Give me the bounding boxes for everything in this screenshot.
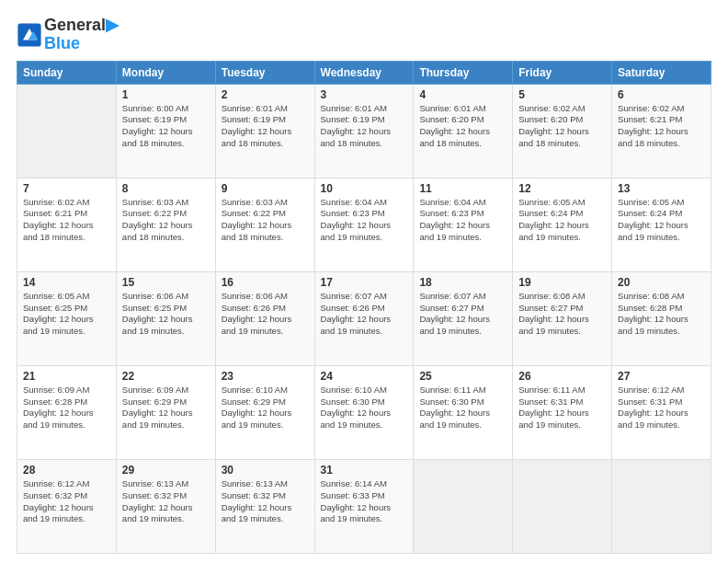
day-number: 23 — [222, 370, 309, 383]
day-number: 2 — [222, 88, 309, 101]
day-number: 9 — [222, 182, 309, 195]
calendar-cell: 18Sunrise: 6:07 AMSunset: 6:27 PMDayligh… — [414, 271, 513, 365]
day-number: 18 — [419, 276, 506, 289]
header-day-sunday: Sunday — [17, 61, 117, 84]
day-number: 17 — [321, 276, 408, 289]
day-info: Sunrise: 6:09 AMSunset: 6:29 PMDaylight:… — [122, 385, 210, 431]
calendar-cell: 24Sunrise: 6:10 AMSunset: 6:30 PMDayligh… — [314, 365, 414, 459]
header-day-saturday: Saturday — [612, 61, 711, 84]
calendar-cell: 11Sunrise: 6:04 AMSunset: 6:23 PMDayligh… — [414, 178, 513, 271]
day-info: Sunrise: 6:05 AMSunset: 6:25 PMDaylight:… — [23, 291, 110, 338]
calendar-cell: 17Sunrise: 6:07 AMSunset: 6:26 PMDayligh… — [314, 271, 414, 365]
day-number: 11 — [419, 182, 506, 195]
day-number: 4 — [419, 88, 506, 101]
calendar-cell: 2Sunrise: 6:01 AMSunset: 6:19 PMDaylight… — [215, 84, 314, 178]
calendar-cell: 5Sunrise: 6:02 AMSunset: 6:20 PMDaylight… — [513, 84, 612, 178]
day-number: 3 — [321, 88, 408, 101]
day-number: 5 — [518, 88, 606, 101]
day-info: Sunrise: 6:08 AMSunset: 6:27 PMDaylight:… — [518, 291, 606, 338]
day-number: 13 — [618, 182, 705, 195]
logo-icon — [17, 22, 42, 48]
calendar-cell — [414, 459, 513, 553]
day-number: 27 — [618, 370, 705, 383]
header-day-thursday: Thursday — [414, 61, 513, 84]
day-number: 26 — [518, 370, 606, 383]
calendar-cell: 10Sunrise: 6:04 AMSunset: 6:23 PMDayligh… — [314, 178, 414, 271]
calendar-cell: 15Sunrise: 6:06 AMSunset: 6:25 PMDayligh… — [116, 271, 215, 365]
day-number: 22 — [122, 370, 210, 383]
day-info: Sunrise: 6:01 AMSunset: 6:19 PMDaylight:… — [222, 103, 309, 150]
calendar-cell: 8Sunrise: 6:03 AMSunset: 6:22 PMDaylight… — [116, 178, 215, 271]
day-info: Sunrise: 6:03 AMSunset: 6:22 PMDaylight:… — [222, 197, 309, 244]
day-info: Sunrise: 6:01 AMSunset: 6:20 PMDaylight:… — [419, 103, 506, 150]
day-info: Sunrise: 6:00 AMSunset: 6:19 PMDaylight:… — [122, 103, 210, 150]
calendar-cell: 29Sunrise: 6:13 AMSunset: 6:32 PMDayligh… — [116, 459, 215, 553]
calendar-cell: 6Sunrise: 6:02 AMSunset: 6:21 PMDaylight… — [612, 84, 711, 178]
header-day-tuesday: Tuesday — [215, 61, 314, 84]
day-number: 25 — [419, 370, 506, 383]
day-number: 1 — [122, 88, 210, 101]
calendar-cell — [513, 459, 612, 553]
day-info: Sunrise: 6:05 AMSunset: 6:24 PMDaylight:… — [618, 197, 705, 244]
day-number: 8 — [122, 182, 210, 195]
day-info: Sunrise: 6:05 AMSunset: 6:24 PMDaylight:… — [518, 197, 606, 244]
header-day-friday: Friday — [513, 61, 612, 84]
calendar-cell: 3Sunrise: 6:01 AMSunset: 6:19 PMDaylight… — [314, 84, 414, 178]
day-number: 12 — [518, 182, 606, 195]
day-info: Sunrise: 6:04 AMSunset: 6:23 PMDaylight:… — [321, 197, 408, 244]
calendar-cell: 14Sunrise: 6:05 AMSunset: 6:25 PMDayligh… — [17, 271, 117, 365]
day-info: Sunrise: 6:10 AMSunset: 6:29 PMDaylight:… — [222, 385, 309, 431]
day-number: 20 — [618, 276, 705, 289]
calendar-cell: 1Sunrise: 6:00 AMSunset: 6:19 PMDaylight… — [116, 84, 215, 178]
calendar-cell: 31Sunrise: 6:14 AMSunset: 6:33 PMDayligh… — [314, 459, 414, 553]
day-number: 30 — [222, 464, 309, 477]
day-number: 24 — [321, 370, 408, 383]
day-number: 7 — [23, 182, 110, 195]
calendar-cell: 20Sunrise: 6:08 AMSunset: 6:28 PMDayligh… — [612, 271, 711, 365]
day-info: Sunrise: 6:01 AMSunset: 6:19 PMDaylight:… — [321, 103, 408, 150]
day-number: 10 — [321, 182, 408, 195]
day-info: Sunrise: 6:12 AMSunset: 6:32 PMDaylight:… — [23, 478, 110, 525]
day-info: Sunrise: 6:12 AMSunset: 6:31 PMDaylight:… — [618, 385, 705, 431]
day-number: 15 — [122, 276, 210, 289]
logo: General▶ Blue — [17, 17, 119, 53]
calendar-cell — [612, 459, 711, 553]
day-number: 29 — [122, 464, 210, 477]
day-info: Sunrise: 6:11 AMSunset: 6:30 PMDaylight:… — [419, 385, 506, 431]
day-number: 21 — [23, 370, 110, 383]
logo-text: General▶ Blue — [44, 17, 119, 53]
day-info: Sunrise: 6:13 AMSunset: 6:32 PMDaylight:… — [222, 478, 309, 525]
day-number: 31 — [321, 464, 408, 477]
day-info: Sunrise: 6:10 AMSunset: 6:30 PMDaylight:… — [321, 385, 408, 431]
day-info: Sunrise: 6:02 AMSunset: 6:21 PMDaylight:… — [618, 103, 705, 150]
day-info: Sunrise: 6:13 AMSunset: 6:32 PMDaylight:… — [122, 478, 210, 525]
calendar-cell: 13Sunrise: 6:05 AMSunset: 6:24 PMDayligh… — [612, 178, 711, 271]
calendar-cell: 16Sunrise: 6:06 AMSunset: 6:26 PMDayligh… — [215, 271, 314, 365]
calendar-cell: 26Sunrise: 6:11 AMSunset: 6:31 PMDayligh… — [513, 365, 612, 459]
calendar-cell: 4Sunrise: 6:01 AMSunset: 6:20 PMDaylight… — [414, 84, 513, 178]
day-number: 14 — [23, 276, 110, 289]
calendar-cell: 21Sunrise: 6:09 AMSunset: 6:28 PMDayligh… — [17, 365, 117, 459]
day-number: 6 — [618, 88, 705, 101]
day-info: Sunrise: 6:06 AMSunset: 6:25 PMDaylight:… — [122, 291, 210, 338]
day-info: Sunrise: 6:02 AMSunset: 6:20 PMDaylight:… — [518, 103, 606, 150]
day-info: Sunrise: 6:08 AMSunset: 6:28 PMDaylight:… — [618, 291, 705, 338]
calendar-cell: 30Sunrise: 6:13 AMSunset: 6:32 PMDayligh… — [215, 459, 314, 553]
day-info: Sunrise: 6:06 AMSunset: 6:26 PMDaylight:… — [222, 291, 309, 338]
day-info: Sunrise: 6:03 AMSunset: 6:22 PMDaylight:… — [122, 197, 210, 244]
day-number: 16 — [222, 276, 309, 289]
day-info: Sunrise: 6:04 AMSunset: 6:23 PMDaylight:… — [419, 197, 506, 244]
calendar-cell: 23Sunrise: 6:10 AMSunset: 6:29 PMDayligh… — [215, 365, 314, 459]
calendar-cell: 12Sunrise: 6:05 AMSunset: 6:24 PMDayligh… — [513, 178, 612, 271]
day-number: 19 — [518, 276, 606, 289]
calendar-table: SundayMondayTuesdayWednesdayThursdayFrid… — [17, 61, 711, 554]
calendar-cell: 7Sunrise: 6:02 AMSunset: 6:21 PMDaylight… — [17, 178, 117, 271]
day-info: Sunrise: 6:11 AMSunset: 6:31 PMDaylight:… — [518, 385, 606, 431]
calendar-cell: 28Sunrise: 6:12 AMSunset: 6:32 PMDayligh… — [17, 459, 117, 553]
calendar-cell: 19Sunrise: 6:08 AMSunset: 6:27 PMDayligh… — [513, 271, 612, 365]
day-info: Sunrise: 6:09 AMSunset: 6:28 PMDaylight:… — [23, 385, 110, 431]
day-info: Sunrise: 6:07 AMSunset: 6:27 PMDaylight:… — [419, 291, 506, 338]
calendar-cell: 25Sunrise: 6:11 AMSunset: 6:30 PMDayligh… — [414, 365, 513, 459]
calendar-cell: 9Sunrise: 6:03 AMSunset: 6:22 PMDaylight… — [215, 178, 314, 271]
header-day-monday: Monday — [116, 61, 215, 84]
